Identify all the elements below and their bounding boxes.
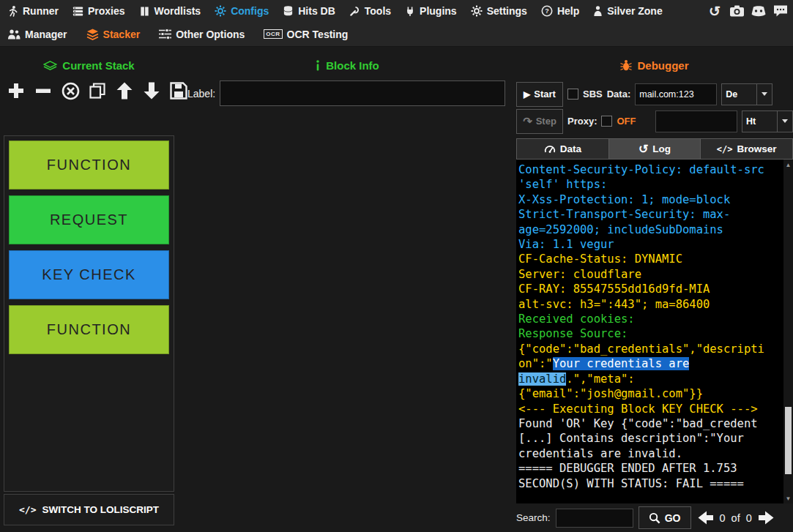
log-line: credentials are invalid. — [518, 446, 782, 461]
log-line: [...] Contains description":"Your — [518, 431, 782, 446]
nav-item-hitsdb[interactable]: Hits DB — [283, 5, 335, 17]
configs-gear-icon — [215, 5, 226, 17]
log-line: {"email":"josh@gmail.com"}} — [518, 386, 782, 401]
proxy-state: OFF — [617, 116, 636, 127]
subnav-item-manager[interactable]: Manager — [7, 29, 67, 40]
gauge-icon — [544, 143, 556, 154]
stack-block-function-2[interactable]: FUNCTION — [9, 305, 169, 354]
subnav-item-ocr-testing[interactable]: OCR OCR Testing — [264, 29, 348, 40]
remove-block-button[interactable] — [33, 80, 53, 102]
tab-data[interactable]: Data — [516, 138, 608, 160]
start-button[interactable]: ▶ Start — [516, 82, 563, 107]
previous-match-button[interactable] — [696, 510, 715, 525]
nav-item-tools[interactable]: Tools — [349, 5, 391, 17]
log-history-icon: ↺ — [639, 142, 648, 156]
svg-text:?: ? — [545, 7, 549, 15]
person-pin-icon — [593, 5, 603, 17]
configs-sub-navigation: Manager Stacker Other Options OCR OCR Te… — [0, 22, 793, 47]
scroll-down-button[interactable]: ▼ — [783, 493, 793, 503]
log-scrollbar[interactable]: ▲ ▼ — [783, 160, 793, 503]
ocr-icon: OCR — [264, 29, 282, 39]
sbs-label: SBS — [583, 89, 603, 100]
match-counter: 0 of 0 — [720, 512, 752, 524]
save-config-button[interactable] — [168, 80, 189, 102]
history-icon[interactable]: ↺ — [707, 3, 723, 19]
help-icon: ? — [541, 5, 553, 17]
proxies-icon — [72, 6, 83, 17]
tab-browser[interactable]: </> Browser — [700, 138, 793, 160]
stack-block-request[interactable]: REQUEST — [9, 195, 169, 244]
log-line: CF-RAY: 85547555dd16d9fd-MIA — [518, 282, 782, 296]
debugger-controls: ▶ Start SBS Data: De ↷ Step Proxy: OFF H… — [516, 80, 793, 135]
match-current: 0 — [720, 512, 726, 524]
arrow-right-icon — [757, 510, 775, 525]
runner-icon — [7, 5, 18, 17]
proxy-label: Proxy: — [567, 116, 597, 127]
move-block-up-button[interactable] — [114, 80, 135, 102]
nav-item-proxies[interactable]: Proxies — [72, 5, 125, 17]
nav-item-runner[interactable]: Runner — [7, 5, 59, 17]
search-icon — [649, 512, 660, 524]
log-search-input[interactable] — [556, 509, 633, 528]
code-icon: </> — [19, 504, 36, 515]
nav-item-silver-zone[interactable]: Silver Zone — [593, 5, 662, 17]
subnav-item-other-options[interactable]: Other Options — [159, 29, 245, 40]
debugger-row-2: ↷ Step Proxy: OFF Ht — [516, 108, 793, 135]
match-total: 0 — [746, 512, 752, 524]
step-button[interactable]: ↷ Step — [516, 109, 563, 134]
move-block-down-button[interactable] — [141, 80, 162, 102]
nav-item-wordlists[interactable]: Wordlists — [139, 5, 201, 17]
debugger-tabs: Data ↺ Log </> Browser — [516, 138, 793, 160]
arrow-up-icon — [115, 81, 134, 100]
nav-item-settings[interactable]: Settings — [471, 5, 527, 17]
chat-icon[interactable] — [772, 3, 789, 19]
log-line: X-Xss-Protection: 1; mode=block — [518, 192, 782, 207]
label-caption: Label: — [187, 88, 215, 100]
switch-to-loliscript-button[interactable]: </> SWITCH TO LOLISCRIPT — [4, 494, 174, 525]
stack-block-function-1[interactable]: FUNCTION — [9, 141, 169, 190]
plug-icon — [405, 6, 415, 17]
highlighted-text: Your credentials are — [553, 357, 690, 370]
next-match-button[interactable] — [757, 510, 775, 525]
scroll-thumb[interactable] — [785, 407, 792, 474]
chevron-down-icon — [757, 84, 772, 105]
tab-log[interactable]: ↺ Log — [608, 138, 701, 160]
subnav-item-stacker[interactable]: Stacker — [86, 29, 141, 40]
save-icon — [169, 81, 188, 100]
current-stack-panel: FUNCTION REQUEST KEY CHECK FUNCTION — [4, 135, 174, 492]
stack-toolbar — [6, 80, 189, 102]
info-icon — [315, 60, 321, 71]
wordlists-icon — [139, 6, 150, 17]
log-line: {"code":"bad_credentials","descripti — [518, 342, 782, 356]
log-line: Via: 1.1 vegur — [518, 237, 782, 252]
discord-icon[interactable] — [751, 3, 767, 19]
debugger-log[interactable]: Content-Security-Policy: default-src 'se… — [516, 160, 793, 503]
clone-block-button[interactable] — [87, 80, 108, 102]
nav-item-plugins[interactable]: Plugins — [405, 5, 457, 17]
log-line: ===== DEBUGGER ENDED AFTER 1.753 — [518, 461, 782, 476]
add-block-button[interactable] — [6, 80, 26, 102]
debugger-header: Debugger — [516, 56, 793, 75]
search-label: Search: — [516, 512, 551, 523]
copy-icon — [88, 81, 107, 100]
sbs-checkbox[interactable] — [567, 89, 578, 100]
proxy-checkbox[interactable] — [601, 116, 612, 127]
nav-item-configs[interactable]: Configs — [215, 5, 269, 17]
disable-block-button[interactable] — [60, 80, 81, 102]
debug-data-input[interactable] — [635, 83, 717, 105]
log-search-bar: Search: GO 0 of 0 — [516, 503, 793, 532]
log-line: Content-Security-Policy: default-src — [518, 162, 782, 177]
wordlist-type-select[interactable]: De — [721, 83, 772, 105]
debug-proxy-input[interactable] — [655, 110, 737, 132]
nav-item-help[interactable]: ? Help — [541, 5, 579, 17]
camera-icon[interactable] — [729, 3, 745, 19]
proxy-type-select[interactable]: Ht — [742, 110, 793, 132]
stack-block-keycheck[interactable]: KEY CHECK — [9, 250, 169, 299]
arrow-down-icon — [142, 81, 161, 100]
search-go-button[interactable]: GO — [639, 506, 691, 529]
plus-icon — [7, 81, 26, 100]
block-label-input[interactable] — [220, 80, 505, 106]
log-line: invalid.","meta": — [518, 372, 782, 386]
scroll-up-button[interactable]: ▲ — [783, 160, 793, 170]
top-navigation: Runner Proxies Wordlists Configs Hits DB… — [0, 0, 793, 22]
